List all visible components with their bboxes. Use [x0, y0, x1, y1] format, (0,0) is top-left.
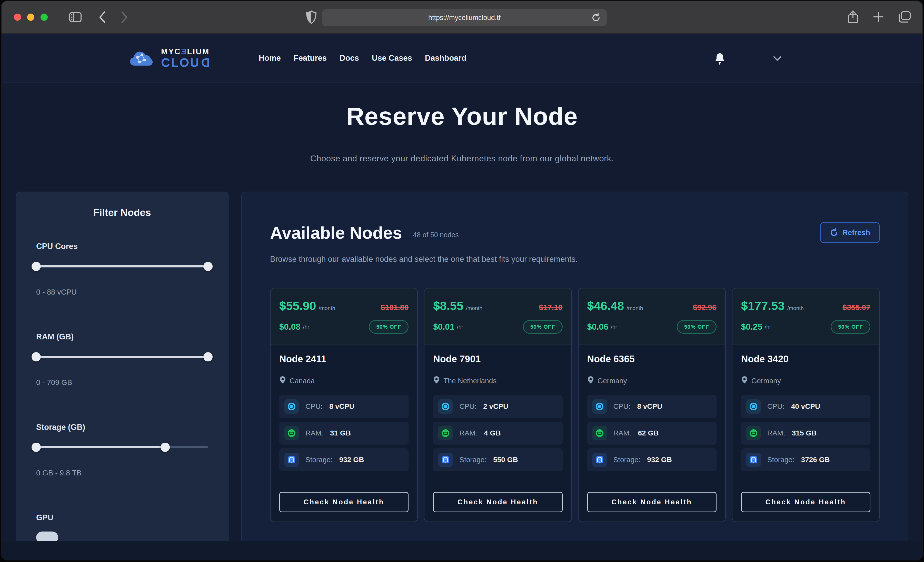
filter-range-text: 0 GB - 9.8 TB: [36, 469, 208, 477]
slider-handle-min[interactable]: [32, 262, 41, 271]
cpu-cores-slider[interactable]: [36, 262, 208, 271]
slider-handle-min[interactable]: [32, 352, 41, 362]
price-per-hour: $0.06: [587, 322, 609, 332]
check-node-health-button[interactable]: Check Node Health: [279, 492, 408, 512]
url-bar[interactable]: https://myceliumcloud.tf: [322, 9, 607, 26]
spec-row-ram: RAM: 31 GB: [279, 422, 408, 445]
privacy-shield-icon[interactable]: [306, 10, 316, 24]
minimize-window-button[interactable]: [27, 13, 34, 21]
location-pin-icon: [587, 376, 594, 386]
storage-icon: [438, 453, 453, 467]
cloud-logo-icon: [128, 48, 154, 69]
tab-overview-icon[interactable]: [898, 11, 911, 24]
filter-label: Storage (GB): [36, 423, 208, 432]
price-per-month: $177.53: [741, 299, 785, 313]
new-tab-icon[interactable]: [873, 11, 884, 24]
old-price: $355.07: [843, 303, 870, 312]
notifications-bell-icon[interactable]: [714, 52, 726, 66]
reload-icon[interactable]: [591, 13, 601, 24]
nav-link-home[interactable]: Home: [259, 54, 281, 63]
spec-row-cpu: CPU: 8 vCPU: [587, 395, 717, 418]
filter-ram: RAM (GB) 0 - 709 GB: [36, 332, 208, 387]
hour-unit: /hr: [457, 324, 464, 330]
price-per-hour: $0.01: [433, 322, 454, 332]
slider-handle-max[interactable]: [203, 262, 213, 271]
nav-link-features[interactable]: Features: [294, 54, 327, 63]
refresh-button[interactable]: Refresh: [820, 222, 880, 243]
section-title: Available Nodes: [270, 223, 402, 242]
node-name: Node 7901: [433, 354, 562, 365]
check-node-health-button[interactable]: Check Node Health: [741, 492, 870, 512]
section-subtitle: Browse through our available nodes and s…: [270, 255, 880, 264]
page-subtitle: Choose and reserve your dedicated Kubern…: [2, 154, 922, 163]
node-name: Node 2411: [279, 354, 408, 365]
close-window-button[interactable]: [14, 13, 21, 21]
node-location: Canada: [290, 377, 315, 385]
url-text: https://myceliumcloud.tf: [428, 14, 501, 22]
storage-slider[interactable]: [36, 442, 208, 452]
forward-button[interactable]: [120, 11, 128, 23]
price-per-month: $55.90: [279, 299, 316, 313]
filter-cpu-cores: CPU Cores 0 - 88 vCPU: [36, 242, 208, 296]
spec-row-cpu: CPU: 2 vCPU: [433, 395, 562, 418]
node-card: $55.90 /month $101.80 $0.08 /hr 50% OFF …: [270, 288, 418, 522]
filter-panel: Filter Nodes CPU Cores 0 - 88 vCPU RAM (…: [16, 191, 228, 541]
ram-icon: [284, 426, 299, 440]
node-card: $8.55 /month $17.10 $0.01 /hr 50% OFF No…: [424, 288, 572, 522]
price-per-hour: $0.25: [741, 322, 762, 332]
storage-icon: [592, 453, 607, 467]
cpu-icon: [438, 399, 453, 414]
month-unit: /month: [787, 305, 804, 311]
old-price: $92.96: [693, 303, 717, 312]
hour-unit: /hr: [765, 324, 771, 330]
ram-slider[interactable]: [36, 352, 208, 362]
back-button[interactable]: [99, 11, 106, 23]
node-cards-grid: $55.90 /month $101.80 $0.08 /hr 50% OFF …: [270, 288, 880, 522]
cpu-icon: [746, 399, 760, 414]
browser-window: https://myceliumcloud.tf: [2, 1, 922, 560]
spec-row-storage: Storage: 932 GB: [587, 448, 717, 471]
month-unit: /month: [466, 305, 482, 311]
gpu-toggle[interactable]: [36, 532, 58, 541]
filter-panel-title: Filter Nodes: [36, 207, 208, 218]
spec-row-storage: Storage: 3726 GB: [741, 448, 870, 471]
spec-row-cpu: CPU: 40 vCPU: [741, 395, 870, 418]
slider-handle-max[interactable]: [160, 442, 170, 452]
nav-link-docs[interactable]: Docs: [339, 54, 359, 63]
node-location: The Netherlands: [443, 377, 496, 385]
node-card-pricing: $55.90 /month $101.80 $0.08 /hr 50% OFF: [270, 288, 417, 345]
filter-range-text: 0 - 88 vCPU: [36, 288, 208, 296]
slider-handle-max[interactable]: [203, 352, 213, 362]
cpu-icon: [592, 399, 607, 414]
discount-badge: 50% OFF: [523, 320, 562, 334]
node-location: Germany: [752, 377, 781, 385]
check-node-health-button[interactable]: Check Node Health: [587, 492, 717, 512]
sidebar-toggle-icon[interactable]: [69, 12, 81, 22]
hero-section: Reserve Your Node Choose and reserve you…: [2, 83, 922, 163]
brand-wordmark: MYCƎLIUM CLOUD: [161, 48, 210, 69]
ram-icon: [592, 426, 607, 440]
ram-icon: [438, 426, 453, 440]
share-icon[interactable]: [848, 10, 858, 25]
slider-handle-min[interactable]: [32, 442, 41, 452]
zoom-window-button[interactable]: [40, 13, 48, 21]
spec-row-ram: RAM: 315 GB: [741, 422, 870, 445]
filter-label: CPU Cores: [36, 242, 208, 251]
location-pin-icon: [433, 376, 440, 386]
node-card-pricing: $177.53 /month $355.07 $0.25 /hr 50% OFF: [732, 288, 879, 345]
discount-badge: 50% OFF: [831, 320, 870, 334]
node-card-pricing: $46.48 /month $92.96 $0.06 /hr 50% OFF: [579, 288, 725, 345]
check-node-health-button[interactable]: Check Node Health: [433, 492, 562, 512]
spec-row-storage: Storage: 550 GB: [433, 448, 562, 471]
window-controls: [14, 13, 48, 21]
nav-link-dashboard[interactable]: Dashboard: [425, 54, 466, 63]
spec-row-storage: Storage: 932 GB: [279, 448, 408, 471]
nav-link-use-cases[interactable]: Use Cases: [372, 54, 412, 63]
browser-toolbar: https://myceliumcloud.tf: [2, 1, 922, 34]
spec-row-cpu: CPU: 8 vCPU: [279, 395, 408, 418]
account-chevron-down-icon[interactable]: [773, 56, 782, 63]
brand-logo[interactable]: MYCƎLIUM CLOUD: [128, 48, 210, 69]
filter-range-text: 0 - 709 GB: [36, 378, 208, 387]
filter-label: RAM (GB): [36, 332, 208, 341]
node-card-pricing: $8.55 /month $17.10 $0.01 /hr 50% OFF: [424, 288, 571, 345]
